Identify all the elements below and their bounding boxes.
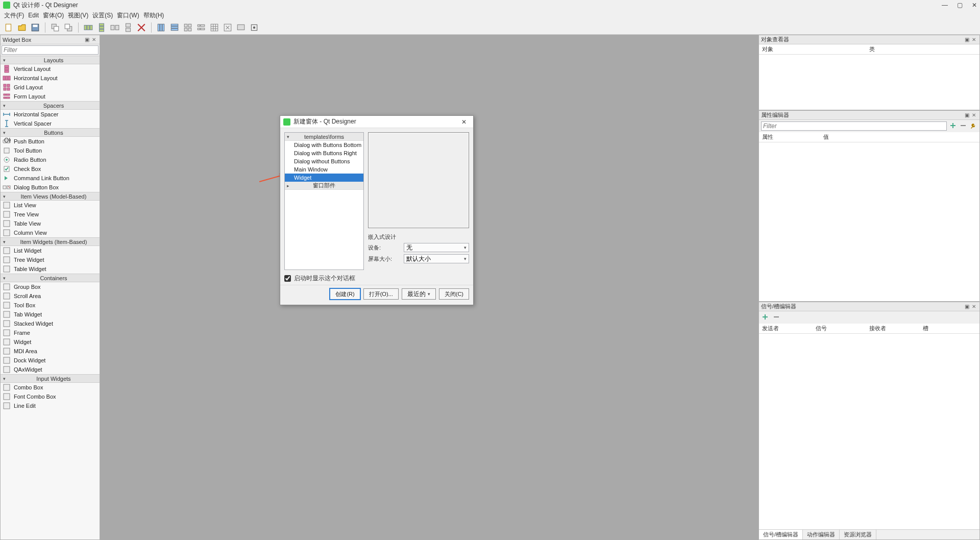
widget-category[interactable]: ▾Item Views (Model-Based) <box>1 192 100 201</box>
tab-action-editor[interactable]: 动作编辑器 <box>803 530 840 539</box>
panel-close-button[interactable]: ✕ <box>90 36 97 43</box>
widget-category[interactable]: ▾Buttons <box>1 128 100 137</box>
class-col[interactable]: 类 <box>869 45 976 53</box>
widget-item[interactable]: Tree Widget <box>1 255 100 264</box>
panel-float-button[interactable]: ▣ <box>963 36 970 43</box>
widget-item[interactable]: OKPush Button <box>1 137 100 146</box>
tree-category-widgets[interactable]: 窗口部件 <box>313 182 335 189</box>
widget-item[interactable]: Font Combo Box <box>1 392 100 401</box>
new-button[interactable] <box>3 22 14 33</box>
property-filter[interactable] <box>761 121 947 131</box>
tree-category-templates[interactable]: templates\forms <box>304 134 344 140</box>
maximize-button[interactable]: ▢ <box>957 2 963 9</box>
slot-col[interactable]: 槽 <box>923 325 976 332</box>
hlayout-icon[interactable] <box>156 22 167 33</box>
widget-item[interactable]: Tool Box <box>1 301 100 310</box>
menu-help[interactable]: 帮助(H) <box>141 10 166 21</box>
close-button[interactable]: ✕ <box>972 2 977 9</box>
widget-item[interactable]: Frame <box>1 328 100 337</box>
widget-item[interactable]: Command Link Button <box>1 174 100 183</box>
edit-widgets-icon[interactable] <box>249 22 260 33</box>
template-dialog-no-buttons[interactable]: Dialog without Buttons <box>285 157 363 165</box>
widget-item[interactable]: Vertical Spacer <box>1 119 100 128</box>
grid-icon[interactable] <box>182 22 193 33</box>
layout-h-button[interactable] <box>83 22 94 33</box>
gridlayout-icon[interactable] <box>209 22 220 33</box>
panel-close-button[interactable]: ✕ <box>970 36 977 43</box>
property-col[interactable]: 属性 <box>762 133 823 141</box>
property-wrench-icon[interactable] <box>969 121 977 131</box>
panel-close-button[interactable]: ✕ <box>970 112 977 119</box>
value-col[interactable]: 值 <box>823 133 976 141</box>
widget-item[interactable]: Tool Button <box>1 146 100 155</box>
widget-item[interactable]: List View <box>1 201 100 210</box>
widget-item[interactable]: Horizontal Layout <box>1 73 100 83</box>
add-property-icon[interactable] <box>949 121 957 131</box>
break-layout-button[interactable] <box>136 22 147 33</box>
property-editor-body[interactable] <box>759 142 979 301</box>
menu-window[interactable]: 窗口(W) <box>115 10 141 21</box>
layout-hs-button[interactable] <box>109 22 120 33</box>
widget-item[interactable]: Check Box <box>1 164 100 174</box>
screen-size-combo[interactable]: 默认大小▾ <box>404 254 469 263</box>
template-dialog-buttons-right[interactable]: Dialog with Buttons Right <box>285 149 363 157</box>
panel-float-button[interactable]: ▣ <box>963 303 970 310</box>
widget-item[interactable]: Dialog Button Box <box>1 183 100 192</box>
widget-item[interactable]: Tab Widget <box>1 310 100 319</box>
adjust-size-icon[interactable] <box>222 22 233 33</box>
sender-col[interactable]: 发送者 <box>762 325 816 332</box>
add-signal-icon[interactable] <box>761 313 769 323</box>
recent-button[interactable]: 最近的▾ <box>402 288 436 300</box>
widget-item[interactable]: Column View <box>1 228 100 237</box>
form-template-tree[interactable]: ▾templates\forms Dialog with Buttons Bot… <box>284 132 364 270</box>
panel-close-button[interactable]: ✕ <box>970 303 977 310</box>
widget-item[interactable]: Scroll Area <box>1 291 100 301</box>
widget-item[interactable]: Combo Box <box>1 383 100 392</box>
close-dialog-button[interactable]: 关闭(C) <box>439 288 469 300</box>
create-button[interactable]: 创建(R) <box>330 288 360 300</box>
signal-col[interactable]: 信号 <box>816 325 869 332</box>
widget-category[interactable]: ▾Layouts <box>1 56 100 64</box>
widget-item[interactable]: Form Layout <box>1 92 100 101</box>
widget-item[interactable]: List Widget <box>1 246 100 255</box>
show-on-startup-checkbox[interactable] <box>284 275 291 282</box>
widget-item[interactable]: Table Widget <box>1 264 100 274</box>
object-inspector-body[interactable] <box>759 55 979 110</box>
widget-category[interactable]: ▾Spacers <box>1 101 100 110</box>
widget-item[interactable]: Table View <box>1 219 100 228</box>
widget-box-list[interactable]: ▾LayoutsVertical LayoutHorizontal Layout… <box>1 56 100 539</box>
panel-float-button[interactable]: ▣ <box>963 112 970 119</box>
widget-item[interactable]: MDI Area <box>1 347 100 356</box>
open-button[interactable] <box>16 22 28 33</box>
signal-editor-body[interactable] <box>759 334 979 529</box>
widget-item[interactable]: Tree View <box>1 210 100 219</box>
send-back-button[interactable] <box>50 22 61 33</box>
widget-item[interactable]: Dock Widget <box>1 356 100 365</box>
device-combo[interactable]: 无▾ <box>404 243 469 252</box>
widget-item[interactable]: Grid Layout <box>1 83 100 92</box>
dialog-close-button[interactable]: ✕ <box>458 118 470 126</box>
menu-view[interactable]: 视图(V) <box>66 10 90 21</box>
minimize-button[interactable]: — <box>942 2 948 9</box>
menu-edit[interactable]: Edit <box>26 11 41 20</box>
save-button[interactable] <box>30 22 41 33</box>
menu-settings[interactable]: 设置(S) <box>90 10 115 21</box>
layout-v-button[interactable] <box>96 22 107 33</box>
remove-signal-icon[interactable] <box>772 313 780 323</box>
widget-item[interactable]: Horizontal Spacer <box>1 110 100 119</box>
menu-form[interactable]: 窗体(O) <box>41 10 66 21</box>
widget-item[interactable]: Stacked Widget <box>1 319 100 328</box>
object-col[interactable]: 对象 <box>762 45 869 53</box>
remove-property-icon[interactable] <box>959 121 967 131</box>
template-dialog-buttons-bottom[interactable]: Dialog with Buttons Bottom <box>285 141 363 149</box>
widget-category[interactable]: ▾Item Widgets (Item-Based) <box>1 237 100 246</box>
widget-item[interactable]: QAxWidget <box>1 365 100 374</box>
widget-item[interactable]: Group Box <box>1 282 100 291</box>
panel-float-button[interactable]: ▣ <box>83 36 90 43</box>
receiver-col[interactable]: 接收者 <box>869 325 923 332</box>
widget-item[interactable]: Widget <box>1 337 100 347</box>
widget-box-filter[interactable] <box>2 45 99 55</box>
form-icon[interactable] <box>195 22 207 33</box>
tab-signal-slot[interactable]: 信号/槽编辑器 <box>759 530 803 539</box>
vlayout-icon[interactable] <box>169 22 180 33</box>
